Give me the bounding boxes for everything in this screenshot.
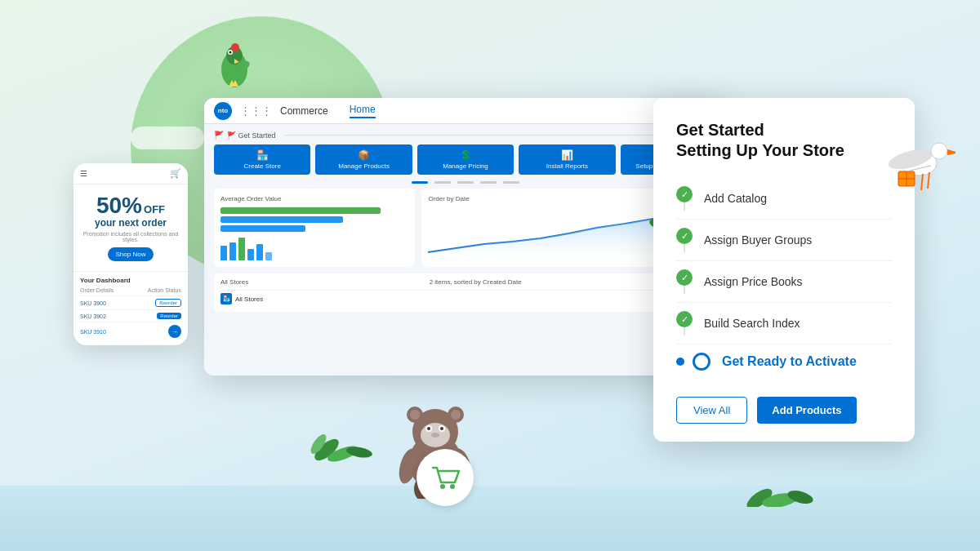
check-col-3: ✓ bbox=[676, 269, 693, 294]
reports-icon: 📊 bbox=[522, 149, 612, 161]
setup-buttons: 🏪 Create Store 📦 Manage Products 💲 Manag… bbox=[214, 144, 717, 175]
panel-subtitle: Setting Up Your Store bbox=[676, 141, 892, 160]
store-icon: 🏪 bbox=[217, 149, 307, 161]
stork-icon bbox=[874, 127, 956, 203]
all-stores-card: All Stores 2 items, sorted by Created Da… bbox=[214, 273, 717, 312]
check-line-2 bbox=[684, 244, 685, 252]
home-tab[interactable]: Home bbox=[350, 104, 376, 118]
dashboard-title: Your Dashboard bbox=[80, 277, 181, 284]
checklist-item-price-books: ✓ Assign Price Books bbox=[676, 261, 892, 303]
checklist-item-activate: Get Ready to Activate bbox=[676, 344, 892, 379]
all-stores-title: All Stores bbox=[220, 278, 248, 287]
manage-products-btn[interactable]: 📦 Manage Products bbox=[315, 144, 412, 175]
svg-point-42 bbox=[440, 484, 445, 489]
install-reports-label: Install Reports bbox=[546, 162, 588, 170]
svg-point-29 bbox=[410, 410, 420, 420]
commerce-label: Commerce bbox=[280, 105, 328, 117]
column-chart bbox=[220, 238, 408, 260]
svg-point-37 bbox=[431, 433, 439, 438]
ground-strip bbox=[0, 486, 980, 551]
order-row-1: SKU 3900 Reorder bbox=[80, 295, 181, 309]
assign-price-books-label: Assign Price Books bbox=[704, 275, 803, 288]
install-reports-btn[interactable]: 📊 Install Reports bbox=[519, 144, 615, 175]
active-row bbox=[676, 353, 710, 371]
order-row-2: SKU 3902 Reorder bbox=[80, 309, 181, 322]
order-row-3: SKU 3910 → bbox=[80, 322, 181, 340]
check-done-icon-3: ✓ bbox=[676, 269, 693, 286]
parrot-icon bbox=[212, 41, 257, 101]
check-col-4: ✓ bbox=[676, 311, 693, 335]
checklist-item-assign-buyer: ✓ Assign Buyer Groups bbox=[676, 220, 892, 261]
menu-icon[interactable]: ☰ bbox=[80, 169, 87, 178]
pricing-icon: 💲 bbox=[421, 149, 510, 161]
order-id-3: SKU 3910 bbox=[80, 329, 106, 335]
svg-point-18 bbox=[931, 143, 947, 159]
svg-point-31 bbox=[451, 410, 461, 420]
dot-2 bbox=[434, 181, 451, 184]
bar-1 bbox=[220, 207, 381, 214]
panel-title: Get Started bbox=[676, 121, 892, 140]
active-dot bbox=[676, 358, 684, 366]
promo-sub: Promotion includes all collections and s… bbox=[82, 231, 180, 242]
svg-marker-19 bbox=[947, 149, 956, 155]
get-ready-label: Get Ready to Activate bbox=[722, 354, 857, 369]
dot-5 bbox=[503, 181, 519, 184]
svg-line-24 bbox=[921, 174, 923, 190]
manage-pricing-label: Manage Pricing bbox=[443, 162, 488, 170]
add-catalog-label: Add Catalog bbox=[704, 192, 767, 205]
dot-4 bbox=[480, 181, 497, 184]
orders-col-header: Order Details bbox=[80, 287, 114, 293]
view-all-button[interactable]: View All bbox=[676, 397, 747, 424]
store-item: 🏪 All Stores bbox=[220, 290, 710, 307]
bar-chart bbox=[220, 207, 408, 260]
bar-3 bbox=[220, 225, 305, 232]
reorder-btn-2[interactable]: Reorder bbox=[157, 313, 181, 319]
track-btn-3[interactable]: → bbox=[168, 325, 181, 338]
check-col-2: ✓ bbox=[676, 228, 693, 252]
panel-actions: View All Add Products bbox=[676, 397, 892, 424]
svg-point-3 bbox=[229, 51, 232, 54]
cart-circle bbox=[416, 449, 474, 506]
promo-percent: 50% bbox=[96, 194, 142, 217]
all-stores-subtitle: 2 items, sorted by Created Date bbox=[430, 278, 522, 287]
svg-point-43 bbox=[450, 484, 455, 489]
flag-icon: 🚩 bbox=[214, 131, 224, 140]
order-id-1: SKU 3900 bbox=[80, 300, 106, 306]
cart-badge bbox=[416, 449, 474, 506]
add-products-button[interactable]: Add Products bbox=[757, 397, 856, 424]
browser-topbar: nto ⋮⋮⋮ Commerce Home 🔍 bbox=[204, 98, 727, 124]
cart-icon[interactable]: 🛒 bbox=[170, 168, 181, 179]
svg-point-36 bbox=[440, 427, 443, 430]
bar-row-1 bbox=[220, 207, 408, 214]
check-done-icon-2: ✓ bbox=[676, 228, 693, 244]
checklist: ✓ Add Catalog ✓ Assign Buyer Groups ✓ As… bbox=[676, 178, 892, 379]
reorder-btn-1[interactable]: Reorder bbox=[155, 299, 181, 307]
mobile-phone: ☰ 🛒 50% OFF your next order Promotion in… bbox=[74, 163, 188, 345]
build-search-label: Build Search Index bbox=[704, 317, 800, 330]
assign-buyer-label: Assign Buyer Groups bbox=[704, 233, 812, 247]
check-line-4 bbox=[684, 327, 685, 335]
create-store-btn[interactable]: 🏪 Create Store bbox=[214, 144, 310, 175]
check-line-3 bbox=[684, 286, 685, 294]
svg-line-25 bbox=[928, 172, 929, 189]
promo-banner: 50% OFF your next order Promotion includ… bbox=[74, 184, 188, 272]
bar-row-3 bbox=[220, 225, 408, 232]
phone-topbar: ☰ 🛒 bbox=[74, 163, 188, 184]
svg-point-35 bbox=[427, 427, 430, 430]
promo-text: your next order bbox=[82, 217, 180, 229]
manage-pricing-btn[interactable]: 💲 Manage Pricing bbox=[417, 144, 514, 175]
leaves-left-icon bbox=[310, 413, 376, 469]
shop-now-btn[interactable]: Shop Now bbox=[108, 247, 154, 261]
avg-order-chart: Average Order Value bbox=[214, 189, 415, 267]
divider bbox=[284, 135, 717, 136]
create-store-label: Create Store bbox=[244, 162, 281, 170]
dashboard-header-row: Order Details Action Status bbox=[80, 287, 181, 293]
svg-point-8 bbox=[231, 43, 239, 51]
checklist-item-add-catalog: ✓ Add Catalog bbox=[676, 178, 892, 220]
cloud-decor bbox=[131, 127, 204, 149]
check-line-1 bbox=[684, 202, 685, 211]
store-card-header: All Stores 2 items, sorted by Created Da… bbox=[220, 278, 710, 287]
promo-off: OFF bbox=[144, 203, 165, 216]
dot-1 bbox=[412, 181, 428, 184]
nto-logo: nto bbox=[214, 102, 232, 120]
